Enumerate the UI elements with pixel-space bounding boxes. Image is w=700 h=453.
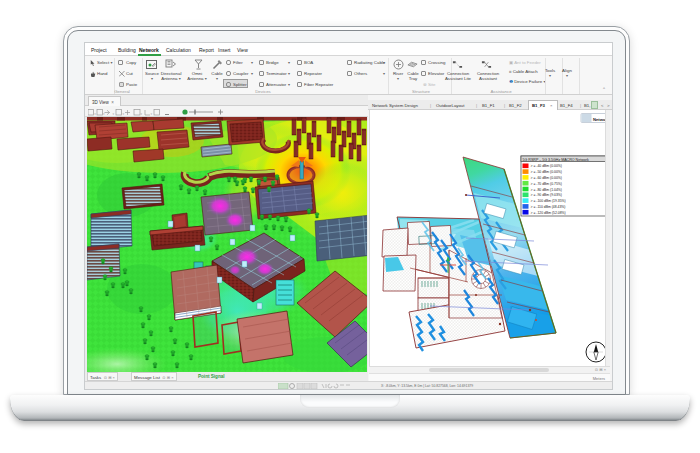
svg-text:> = -70 dBm (0.75%): > = -70 dBm (0.75%) — [531, 182, 562, 186]
svg-text:> = -100 dBm (19.35%): > = -100 dBm (19.35%) — [531, 199, 566, 203]
svg-text:> = -80 dBm (1.04%): > = -80 dBm (1.04%) — [531, 188, 562, 192]
svg-text:> = -90 dBm (9.03%): > = -90 dBm (9.03%) — [531, 193, 562, 197]
svg-text:5G RSRP – 5G 3.5GHz MACRO Netw: 5G RSRP – 5G 3.5GHz MACRO Network — [523, 158, 589, 162]
svg-text:▾: ▾ — [113, 112, 115, 116]
svg-text:▾: ▾ — [94, 112, 96, 116]
svg-text:> = -110 dBm (48.43%): > = -110 dBm (48.43%) — [531, 205, 566, 209]
svg-text:> = -60 dBm (0.00%): > = -60 dBm (0.00%) — [531, 176, 562, 180]
svg-text:▾: ▾ — [151, 112, 153, 116]
svg-text:> = -50 dBm (0.00%): > = -50 dBm (0.00%) — [531, 170, 562, 174]
svg-text:▾: ▾ — [141, 112, 143, 116]
svg-text:> = -120 dBm (52.08%): > = -120 dBm (52.08%) — [531, 211, 566, 215]
svg-text:> = -40 dBm (0.00%): > = -40 dBm (0.00%) — [531, 164, 562, 168]
svg-text:▾: ▾ — [123, 112, 125, 116]
